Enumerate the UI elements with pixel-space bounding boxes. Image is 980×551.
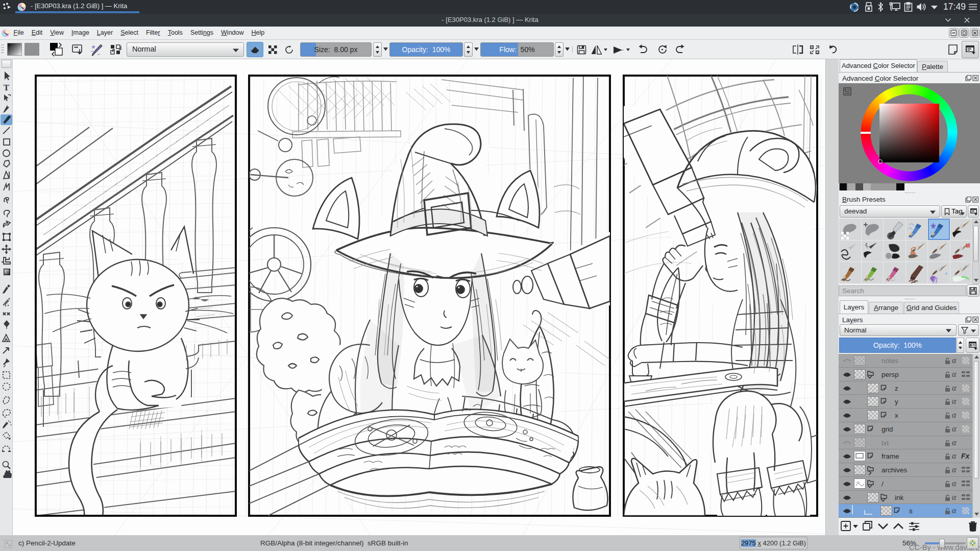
svg-text:M: M <box>966 243 970 249</box>
svg-text:T: T <box>4 83 10 92</box>
